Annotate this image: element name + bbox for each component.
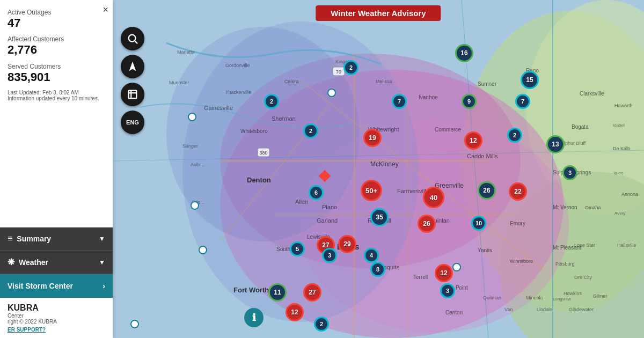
- dot-marker-4: [199, 246, 207, 254]
- svg-text:Allen: Allen: [295, 199, 308, 205]
- weather-label: Weather: [19, 258, 48, 267]
- svg-text:Longview: Longview: [553, 297, 571, 302]
- cluster-c15[interactable]: 26: [478, 181, 496, 200]
- svg-text:Melissa: Melissa: [376, 79, 392, 84]
- svg-text:Talco: Talco: [613, 171, 623, 175]
- visit-storm-arrow-icon: ›: [103, 282, 105, 290]
- cluster-c6[interactable]: 7: [515, 94, 530, 109]
- cluster-c25[interactable]: 4: [364, 248, 379, 263]
- svg-text:70: 70: [336, 69, 341, 75]
- svg-text:Hallsville: Hallsville: [617, 243, 636, 248]
- svg-text:Lone Star: Lone Star: [574, 243, 595, 248]
- cluster-c29[interactable]: 27: [303, 283, 321, 302]
- info-button[interactable]: ℹ: [244, 308, 264, 327]
- cluster-c24[interactable]: 3: [322, 248, 337, 263]
- cluster-c30[interactable]: 3: [440, 283, 455, 298]
- svg-text:Whitesboro: Whitesboro: [240, 128, 268, 134]
- map-controls: ENG: [121, 27, 144, 134]
- served-customers-block: Served Customers 835,901: [8, 63, 105, 84]
- cluster-c26[interactable]: 8: [370, 262, 385, 277]
- svg-text:Omaha: Omaha: [585, 205, 601, 210]
- svg-text:Gordonville: Gordonville: [225, 63, 250, 68]
- cluster-c9[interactable]: 12: [464, 131, 482, 150]
- svg-text:Garland: Garland: [317, 217, 338, 224]
- svg-text:Sherman: Sherman: [272, 115, 296, 122]
- cluster-c3[interactable]: 15: [521, 71, 539, 89]
- dot-marker-1: [188, 113, 196, 121]
- svg-text:Thackerville: Thackerville: [225, 90, 251, 95]
- summary-chevron-icon: ▼: [99, 235, 105, 243]
- cluster-c16[interactable]: 22: [509, 182, 527, 201]
- svg-text:Aubr...: Aubr...: [191, 162, 204, 167]
- svg-text:380: 380: [259, 150, 267, 156]
- dot-marker-3: [191, 201, 199, 210]
- svg-text:Pittsburg: Pittsburg: [555, 261, 575, 267]
- svg-text:Marietta: Marietta: [177, 49, 195, 55]
- cluster-c14[interactable]: 40: [423, 187, 444, 208]
- svg-text:Annona: Annona: [621, 192, 638, 197]
- summary-icon: ≡: [8, 234, 12, 244]
- svg-line-84: [135, 41, 137, 43]
- footer-copyright: right © 2022 KUBRA: [8, 319, 105, 325]
- cluster-c33[interactable]: 2: [343, 60, 358, 75]
- svg-text:De Kalb: De Kalb: [613, 146, 630, 151]
- cluster-c22[interactable]: 29: [338, 235, 356, 253]
- svg-text:Plano: Plano: [322, 204, 337, 210]
- svg-text:Avery: Avery: [614, 211, 625, 216]
- search-button[interactable]: [121, 27, 144, 50]
- svg-rect-85: [129, 91, 137, 99]
- brand-name: KUBRA: [8, 303, 105, 313]
- svg-text:Van: Van: [504, 307, 513, 312]
- cluster-c2[interactable]: 16: [455, 44, 473, 62]
- svg-text:Haworth: Haworth: [614, 103, 633, 108]
- advisory-banner: Winter Weather Advisory: [316, 5, 441, 21]
- sidebar: × Active Outages 47 Affected Customers 2…: [0, 0, 113, 338]
- sidebar-footer: KUBRA Center right © 2022 KUBRA ER SUPPO…: [0, 298, 113, 338]
- affected-customers-label: Affected Customers: [8, 35, 105, 43]
- svg-text:Calera: Calera: [284, 79, 299, 84]
- crop-button[interactable]: [121, 83, 144, 106]
- cluster-c4[interactable]: 7: [392, 94, 407, 109]
- cluster-c18[interactable]: 35: [370, 208, 389, 226]
- visit-storm-label: Visit Storm Center: [8, 282, 73, 290]
- cluster-c28[interactable]: 11: [268, 283, 287, 302]
- svg-text:Quitman: Quitman: [483, 295, 501, 300]
- cluster-c32[interactable]: 2: [314, 317, 329, 332]
- cluster-c17[interactable]: 3: [562, 165, 577, 180]
- locate-button[interactable]: [121, 55, 144, 78]
- cluster-c7[interactable]: 2: [303, 123, 318, 138]
- active-outages-label: Active Outages: [8, 9, 105, 16]
- sidebar-stats: Active Outages 47 Affected Customers 2,7…: [0, 0, 113, 227]
- weather-menu-item[interactable]: ❋ Weather ▼: [0, 251, 113, 274]
- support-link[interactable]: ER SUPPORT?: [8, 327, 105, 333]
- svg-text:Caddo Mills: Caddo Mills: [467, 153, 498, 159]
- svg-text:Yantis: Yantis: [478, 247, 492, 253]
- close-button[interactable]: ×: [103, 4, 108, 16]
- language-button[interactable]: ENG: [121, 111, 144, 134]
- cluster-c23[interactable]: 5: [290, 241, 305, 256]
- active-outages-block: Active Outages 47: [8, 9, 105, 30]
- cluster-c13[interactable]: 50+: [361, 180, 382, 201]
- svg-text:Emory: Emory: [510, 221, 525, 226]
- cluster-c8[interactable]: 19: [363, 129, 382, 147]
- cluster-c27[interactable]: 12: [435, 264, 453, 282]
- sidebar-menu: ≡ Summary ▼ ❋ Weather ▼: [0, 227, 113, 274]
- svg-text:Winnsboro: Winnsboro: [510, 259, 533, 264]
- cluster-c10[interactable]: 2: [507, 128, 522, 143]
- visit-storm-button[interactable]: Visit Storm Center ›: [0, 274, 113, 298]
- cluster-c31[interactable]: 12: [286, 303, 304, 321]
- cluster-c20[interactable]: 10: [471, 216, 486, 231]
- cluster-c12[interactable]: 6: [309, 185, 324, 200]
- cluster-c1[interactable]: 2: [264, 94, 279, 109]
- served-customers-value: 835,901: [8, 70, 105, 84]
- svg-text:Ivanhoe: Ivanhoe: [419, 94, 438, 100]
- svg-text:Fort Worth: Fort Worth: [233, 286, 269, 294]
- cluster-c5[interactable]: 9: [462, 94, 477, 109]
- served-customers-label: Served Customers: [8, 63, 105, 70]
- cluster-c19[interactable]: 26: [418, 215, 436, 233]
- svg-point-83: [129, 35, 136, 42]
- cluster-c11[interactable]: 13: [546, 135, 565, 153]
- svg-text:Ore City: Ore City: [574, 275, 592, 280]
- summary-menu-item[interactable]: ≡ Summary ▼: [0, 227, 113, 251]
- dot-marker-2: [327, 89, 336, 97]
